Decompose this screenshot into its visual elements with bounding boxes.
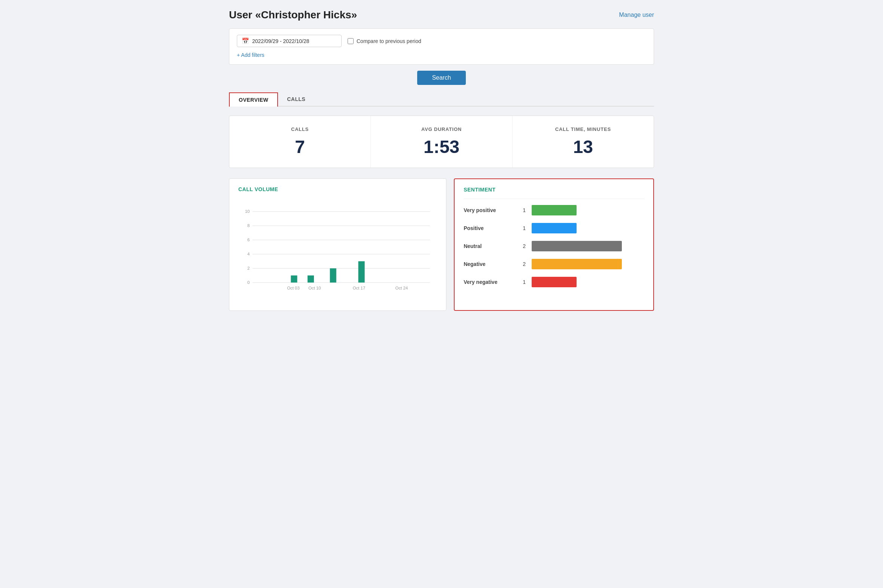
- sentiment-bar-wrapper-neutral: [532, 241, 644, 251]
- svg-rect-13: [308, 275, 314, 282]
- bar-chart-svg: 10 8 6 4 2 0 Oct 03: [238, 198, 437, 303]
- svg-text:Oct 03: Oct 03: [287, 286, 300, 290]
- bar-chart: 10 8 6 4 2 0 Oct 03: [238, 198, 437, 303]
- svg-text:2: 2: [247, 266, 249, 270]
- svg-rect-15: [359, 261, 365, 282]
- sentiment-bar-positive: [532, 223, 577, 233]
- sentiment-label-negative: Negative: [464, 261, 512, 267]
- call-volume-title: CALL VOLUME: [238, 186, 437, 192]
- search-button[interactable]: Search: [417, 71, 466, 85]
- sentiment-bar-wrapper-very-negative: [532, 277, 644, 287]
- svg-text:Oct 17: Oct 17: [353, 286, 366, 290]
- sentiment-title: SENTIMENT: [464, 187, 644, 193]
- compare-checkbox[interactable]: [348, 38, 354, 44]
- sentiment-row-very-positive: Very positive 1: [464, 205, 644, 216]
- stat-label-call-time: CALL TIME, MINUTES: [520, 126, 646, 132]
- compare-label: Compare to previous period: [357, 38, 421, 44]
- sentiment-row-neutral: Neutral 2: [464, 241, 644, 251]
- tab-calls[interactable]: CALLS: [278, 92, 314, 106]
- svg-text:Oct 24: Oct 24: [395, 286, 408, 290]
- sentiment-count-negative: 2: [518, 261, 526, 267]
- charts-row: CALL VOLUME 10 8 6 4 2 0: [229, 178, 654, 311]
- call-volume-card: CALL VOLUME 10 8 6 4 2 0: [229, 178, 446, 311]
- stat-value-call-time: 13: [520, 136, 646, 157]
- stat-label-calls: CALLS: [237, 126, 363, 132]
- sentiment-label-neutral: Neutral: [464, 243, 512, 249]
- stat-card-avg-duration: AVG DURATION 1:53: [371, 116, 512, 168]
- stat-label-avg-duration: AVG DURATION: [378, 126, 505, 132]
- add-filters-link[interactable]: + Add filters: [237, 52, 264, 58]
- sentiment-divider: [464, 199, 644, 199]
- date-filter-row: 📅 Compare to previous period: [237, 35, 646, 47]
- sentiment-label-very-positive: Very positive: [464, 207, 512, 213]
- sentiment-bar-neutral: [532, 241, 622, 251]
- svg-text:8: 8: [247, 223, 249, 228]
- sentiment-bar-negative: [532, 259, 622, 269]
- page-title: User «Christopher Hicks»: [229, 9, 357, 21]
- stat-card-call-time: CALL TIME, MINUTES 13: [513, 116, 654, 168]
- stat-value-avg-duration: 1:53: [378, 136, 505, 157]
- filters-section: 📅 Compare to previous period + Add filte…: [229, 28, 654, 65]
- sentiment-label-positive: Positive: [464, 225, 512, 231]
- sentiment-count-positive: 1: [518, 225, 526, 231]
- sentiment-count-neutral: 2: [518, 243, 526, 249]
- sentiment-label-very-negative: Very negative: [464, 279, 512, 285]
- svg-text:6: 6: [247, 237, 249, 242]
- sentiment-bar-very-negative: [532, 277, 577, 287]
- svg-text:0: 0: [247, 280, 249, 285]
- compare-checkbox-wrapper: Compare to previous period: [348, 38, 421, 44]
- sentiment-count-very-positive: 1: [518, 207, 526, 213]
- manage-user-link[interactable]: Manage user: [619, 12, 654, 18]
- sentiment-bar-very-positive: [532, 205, 577, 216]
- date-range-input-wrapper[interactable]: 📅: [237, 35, 342, 47]
- svg-text:4: 4: [247, 252, 249, 256]
- svg-text:Oct 10: Oct 10: [308, 286, 321, 290]
- tabs-row: OVERVIEW CALLS: [229, 92, 654, 106]
- sentiment-row-very-negative: Very negative 1: [464, 277, 644, 287]
- page-header: User «Christopher Hicks» Manage user: [229, 9, 654, 21]
- stats-row: CALLS 7 AVG DURATION 1:53 CALL TIME, MIN…: [229, 116, 654, 168]
- calendar-icon: 📅: [242, 38, 249, 45]
- stat-value-calls: 7: [237, 136, 363, 157]
- sentiment-bar-wrapper-very-positive: [532, 205, 644, 216]
- svg-rect-14: [330, 268, 336, 282]
- sentiment-bar-wrapper-positive: [532, 223, 644, 233]
- svg-text:10: 10: [245, 209, 250, 214]
- sentiment-count-very-negative: 1: [518, 279, 526, 285]
- sentiment-row-positive: Positive 1: [464, 223, 644, 233]
- sentiment-card: SENTIMENT Very positive 1 Positive 1 Neu…: [454, 178, 654, 311]
- tab-overview[interactable]: OVERVIEW: [229, 92, 278, 106]
- date-range-input[interactable]: [252, 38, 337, 44]
- sentiment-row-negative: Negative 2: [464, 259, 644, 269]
- svg-rect-12: [291, 275, 297, 282]
- search-button-row: Search: [229, 71, 654, 85]
- stat-card-calls: CALLS 7: [229, 116, 371, 168]
- sentiment-bar-wrapper-negative: [532, 259, 644, 269]
